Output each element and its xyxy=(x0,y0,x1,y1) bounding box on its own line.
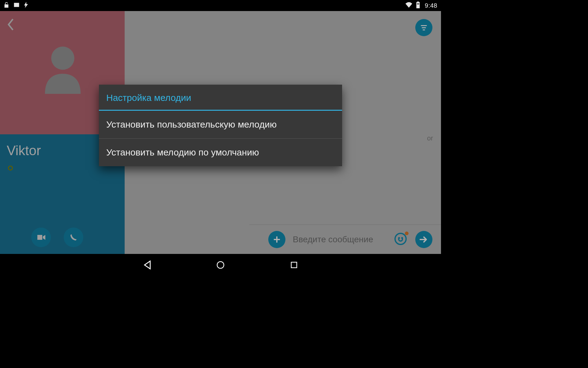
nav-back-button[interactable] xyxy=(141,259,153,271)
app-content: Viktor or Введите сообщение xyxy=(0,11,441,254)
image-icon xyxy=(13,2,20,9)
wifi-icon xyxy=(405,2,413,9)
svg-marker-3 xyxy=(145,261,150,269)
dialog-option-custom-ringtone[interactable]: Установить пользовательскую мелодию xyxy=(99,111,342,138)
nav-home-button[interactable] xyxy=(214,259,227,271)
lightning-icon xyxy=(24,2,28,10)
clock-label: 9:48 xyxy=(425,2,437,9)
ringtone-settings-dialog: Настройка мелодии Установить пользовател… xyxy=(99,85,342,166)
svg-rect-5 xyxy=(291,262,297,268)
nav-recent-button[interactable] xyxy=(288,259,300,271)
dialog-title: Настройка мелодии xyxy=(99,85,342,110)
lock-open-icon xyxy=(4,2,9,10)
battery-icon: 30 xyxy=(416,2,420,10)
svg-point-4 xyxy=(217,262,224,268)
dialog-option-default-ringtone[interactable]: Установить мелодию по умолчанию xyxy=(99,139,342,166)
battery-level-label: 30 xyxy=(416,3,420,5)
navigation-bar xyxy=(0,254,441,276)
status-bar: 30 9:48 xyxy=(0,0,441,11)
